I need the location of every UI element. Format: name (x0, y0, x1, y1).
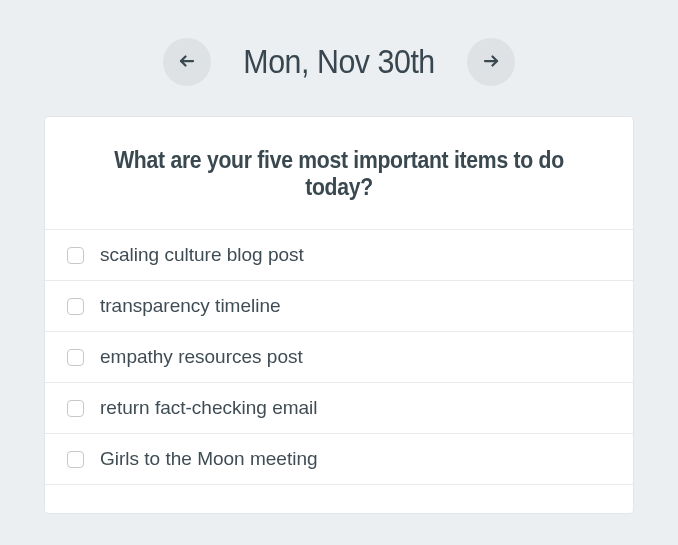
todo-checkbox[interactable] (67, 298, 84, 315)
todo-list: scaling culture blog post transparency t… (45, 230, 633, 485)
todo-checkbox[interactable] (67, 247, 84, 264)
todo-card: What are your five most important items … (44, 116, 634, 514)
todo-item: return fact-checking email (45, 383, 633, 434)
arrow-right-icon (482, 52, 500, 73)
todo-label: Girls to the Moon meeting (100, 448, 318, 470)
todo-checkbox[interactable] (67, 451, 84, 468)
todo-label: scaling culture blog post (100, 244, 304, 266)
todo-checkbox[interactable] (67, 349, 84, 366)
date-navigation: Mon, Nov 30th (0, 0, 678, 116)
next-day-button[interactable] (467, 38, 515, 86)
todo-label: transparency timeline (100, 295, 281, 317)
prev-day-button[interactable] (163, 38, 211, 86)
todo-label: empathy resources post (100, 346, 303, 368)
todo-item: transparency timeline (45, 281, 633, 332)
card-header: What are your five most important items … (45, 117, 633, 230)
card-footer-spacer (45, 485, 633, 513)
current-date-label: Mon, Nov 30th (243, 43, 434, 81)
todo-item: scaling culture blog post (45, 230, 633, 281)
todo-item: Girls to the Moon meeting (45, 434, 633, 485)
todo-item: empathy resources post (45, 332, 633, 383)
todo-checkbox[interactable] (67, 400, 84, 417)
todo-label: return fact-checking email (100, 397, 318, 419)
arrow-left-icon (178, 52, 196, 73)
card-title: What are your five most important items … (87, 147, 591, 201)
